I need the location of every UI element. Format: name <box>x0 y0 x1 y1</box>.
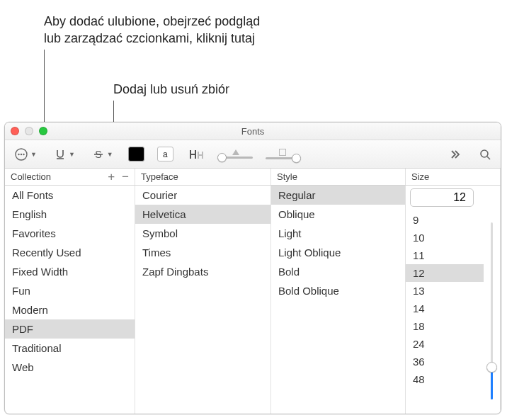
size-slider[interactable] <box>484 186 500 414</box>
content-area: All FontsEnglishFavoritesRecently UsedFi… <box>5 186 501 414</box>
chevron-down-icon: ▼ <box>107 151 113 158</box>
typeface-list[interactable]: CourierHelveticaSymbolTimesZapf Dingbats <box>135 186 271 414</box>
list-item[interactable]: 12 <box>406 264 484 282</box>
list-item[interactable]: Modern <box>5 300 135 319</box>
header-collection: Collection + − <box>5 169 135 185</box>
add-collection-button[interactable]: + <box>108 171 115 183</box>
annotation-text: Dodaj lub usuń zbiór <box>113 82 229 96</box>
toolbar: ▼ ▼ S ▼ a <box>5 140 501 169</box>
annotation-text: lub zarządzać czcionkami, kliknij tutaj <box>44 31 255 45</box>
fonts-window: Fonts ▼ ▼ S ▼ a <box>4 122 501 414</box>
slider-square-icon <box>279 149 286 156</box>
list-item[interactable]: 10 <box>406 229 484 246</box>
list-item[interactable]: Recently Used <box>5 243 135 262</box>
strikethrough-icon: S <box>92 148 105 161</box>
chevron-down-icon: ▼ <box>69 151 75 158</box>
titlebar: Fonts <box>5 123 501 140</box>
collection-list[interactable]: All FontsEnglishFavoritesRecently UsedFi… <box>5 186 135 414</box>
list-item[interactable]: PDF <box>5 319 135 339</box>
text-sample: a <box>163 149 168 159</box>
annotation-text: Aby dodać ulubione, obejrzeć podgląd <box>44 14 260 28</box>
list-item[interactable]: Oblique <box>271 205 405 224</box>
list-item[interactable]: Helvetica <box>135 205 270 224</box>
list-item[interactable]: 36 <box>406 353 484 370</box>
chevron-down-icon: ▼ <box>30 151 37 158</box>
text-shadow-button[interactable] <box>186 146 206 163</box>
header-label: Style <box>277 171 297 182</box>
header-style: Style <box>271 169 406 185</box>
svg-point-1 <box>18 153 19 154</box>
list-item[interactable]: Regular <box>271 186 405 205</box>
header-label: Size <box>411 171 429 182</box>
list-item[interactable]: 18 <box>406 317 484 335</box>
shadow-blur-slider[interactable] <box>266 149 300 159</box>
remove-collection-button[interactable]: − <box>122 171 129 183</box>
list-item[interactable]: All Fonts <box>5 186 135 205</box>
more-toolbar-button[interactable] <box>447 146 464 163</box>
list-item[interactable]: 13 <box>406 282 484 300</box>
list-item[interactable]: Fixed Width <box>5 262 135 281</box>
list-item[interactable]: Times <box>135 243 270 262</box>
actions-menu-button[interactable]: ▼ <box>12 145 39 164</box>
search-button[interactable] <box>477 146 494 163</box>
underline-menu-button[interactable]: ▼ <box>52 146 77 163</box>
list-item[interactable]: Bold <box>271 262 405 281</box>
text-color-button[interactable] <box>128 147 144 161</box>
list-item[interactable]: Symbol <box>135 224 270 243</box>
svg-point-3 <box>23 153 24 154</box>
size-input[interactable] <box>410 188 474 207</box>
slider-marker-icon <box>232 149 239 155</box>
chevron-double-right-icon <box>449 148 462 161</box>
strikethrough-menu-button[interactable]: S ▼ <box>90 146 115 163</box>
list-item[interactable]: 24 <box>406 335 484 353</box>
list-item[interactable]: Fun <box>5 281 135 300</box>
list-item[interactable]: Light Oblique <box>271 243 405 262</box>
header-label: Typeface <box>141 171 178 182</box>
list-item[interactable]: Zapf Dingbats <box>135 262 270 281</box>
more-circle-icon <box>14 147 28 161</box>
list-item[interactable]: Traditional <box>5 339 135 358</box>
column-headers: Collection + − Typeface Style Size <box>5 169 501 186</box>
list-item[interactable]: Courier <box>135 186 270 205</box>
underline-icon <box>54 148 67 161</box>
size-panel: 9101112131418243648 <box>406 186 501 414</box>
header-size: Size <box>406 169 501 185</box>
header-typeface: Typeface <box>135 169 271 185</box>
window-title: Fonts <box>5 126 501 137</box>
list-item[interactable]: 14 <box>406 300 484 317</box>
header-label: Collection <box>11 171 51 182</box>
list-item[interactable]: 9 <box>406 211 484 229</box>
shadow-opacity-slider[interactable] <box>219 149 253 159</box>
svg-point-2 <box>21 153 22 154</box>
list-item[interactable]: Favorites <box>5 224 135 243</box>
list-item[interactable]: Bold Oblique <box>271 281 405 300</box>
list-item[interactable]: 11 <box>406 246 484 264</box>
svg-point-13 <box>481 150 488 157</box>
size-list[interactable]: 9101112131418243648 <box>406 211 484 388</box>
list-item[interactable]: 48 <box>406 370 484 388</box>
list-item[interactable]: Web <box>5 358 135 377</box>
search-icon <box>479 148 491 161</box>
list-item[interactable]: Light <box>271 224 405 243</box>
svg-line-14 <box>487 157 490 159</box>
style-list[interactable]: RegularObliqueLightLight ObliqueBoldBold… <box>271 186 406 414</box>
list-item[interactable]: English <box>5 205 135 224</box>
document-color-button[interactable]: a <box>157 147 173 161</box>
shadow-icon <box>188 148 204 161</box>
